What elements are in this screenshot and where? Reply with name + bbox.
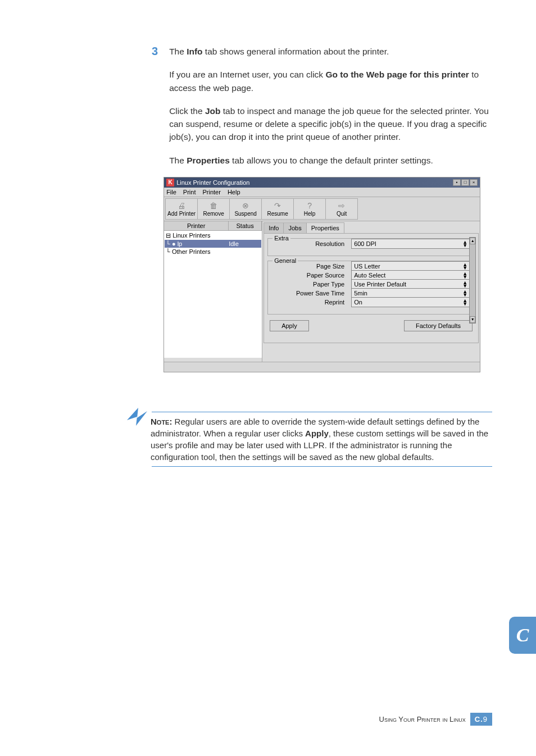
note-text: Note: Regular users are able to override… <box>151 416 492 463</box>
quit-button[interactable]: ⇨Quit <box>325 198 358 220</box>
printer-tree[interactable]: ⊟ Linux Printers └ ● lpIdle └ Other Prin… <box>164 231 262 358</box>
resume-button[interactable]: ↷Resume <box>261 198 294 220</box>
scroll-down-icon[interactable]: ▼ <box>470 316 475 323</box>
menu-printer[interactable]: Printer <box>202 189 220 195</box>
menu-file[interactable]: File <box>166 189 176 195</box>
label-paper-source: Paper Source <box>272 272 351 279</box>
group-general-label: General <box>272 257 298 264</box>
note-icon <box>125 403 151 431</box>
col-printer[interactable]: Printer <box>164 221 229 230</box>
tab-jobs[interactable]: Jobs <box>283 222 306 233</box>
page-footer: Using Your Printer in Linux C.9 <box>379 713 492 726</box>
scrollbar[interactable]: ▲ ▼ <box>469 237 476 324</box>
help-icon: ? <box>307 201 312 210</box>
group-general: General Page SizeUS Letter▲▼ Paper Sourc… <box>267 261 475 315</box>
tree-row-other[interactable]: └ Other Printers <box>165 248 261 256</box>
label-paper-type: Paper Type <box>272 281 351 288</box>
menu-help[interactable]: Help <box>228 189 240 195</box>
select-reprint[interactable]: On▲▼ <box>351 297 470 307</box>
maximize-icon[interactable]: □ <box>461 179 469 186</box>
section-thumb: C <box>509 617 536 654</box>
paragraph-info: The Info tab shows general information a… <box>169 45 492 58</box>
label-reprint: Reprint <box>272 299 351 306</box>
statusbar <box>164 362 480 372</box>
tree-row-linux[interactable]: ⊟ Linux Printers <box>165 231 261 240</box>
select-resolution[interactable]: 600 DPI▲▼ <box>351 239 470 249</box>
titlebar: K Linux Printer Configuration ▪ □ × <box>164 177 480 188</box>
col-status[interactable]: Status <box>229 221 262 230</box>
suspend-button[interactable]: ⊗Suspend <box>229 198 262 220</box>
minimize-icon[interactable]: ▪ <box>453 179 461 186</box>
toolbar: 🖨Add Printer 🗑Remove ⊗Suspend ↷Resume ?H… <box>164 197 480 221</box>
tab-info[interactable]: Info <box>264 222 284 233</box>
kde-logo-icon: K <box>166 179 174 186</box>
note-block: Note: Regular users are able to override… <box>152 412 492 467</box>
paragraph-job: Click the Job tab to inspect and manage … <box>169 104 492 144</box>
add-printer-button[interactable]: 🖨Add Printer <box>165 198 198 220</box>
dialog-screenshot: K Linux Printer Configuration ▪ □ × File… <box>163 177 480 372</box>
printer-icon: 🖨 <box>178 201 185 210</box>
group-extra-label: Extra <box>272 235 290 242</box>
quit-icon: ⇨ <box>338 201 345 210</box>
page-number: C.9 <box>470 713 492 726</box>
footer-text: Using Your Printer in Linux <box>379 715 466 723</box>
properties-panel: Extra Resolution600 DPI▲▼ General Page S… <box>264 233 479 343</box>
menu-print[interactable]: Print <box>183 189 196 195</box>
factory-defaults-button[interactable]: Factory Defaults <box>404 320 473 331</box>
printer-list-pane: Printer Status ⊟ Linux Printers └ ● lpId… <box>164 221 262 362</box>
menubar: File Print Printer Help <box>164 188 480 197</box>
tab-properties[interactable]: Properties <box>306 222 344 233</box>
suspend-icon: ⊗ <box>242 201 249 210</box>
apply-button[interactable]: Apply <box>270 320 309 331</box>
scroll-up-icon[interactable]: ▲ <box>470 238 475 244</box>
group-extra: Extra Resolution600 DPI▲▼ <box>267 238 475 256</box>
help-button[interactable]: ?Help <box>293 198 326 220</box>
label-power-save: Power Save Time <box>272 290 351 297</box>
resume-icon: ↷ <box>274 201 281 210</box>
paragraph-web: If you are an Internet user, you can cli… <box>169 68 492 94</box>
window-title: Linux Printer Configuration <box>176 179 249 186</box>
tree-row-lp[interactable]: └ ● lpIdle <box>165 240 261 248</box>
remove-button[interactable]: 🗑Remove <box>197 198 230 220</box>
close-icon[interactable]: × <box>470 179 478 186</box>
paragraph-properties: The Properties tab allows you to change … <box>169 154 492 167</box>
trash-icon: 🗑 <box>210 201 217 210</box>
step-number: 3 <box>152 45 158 58</box>
